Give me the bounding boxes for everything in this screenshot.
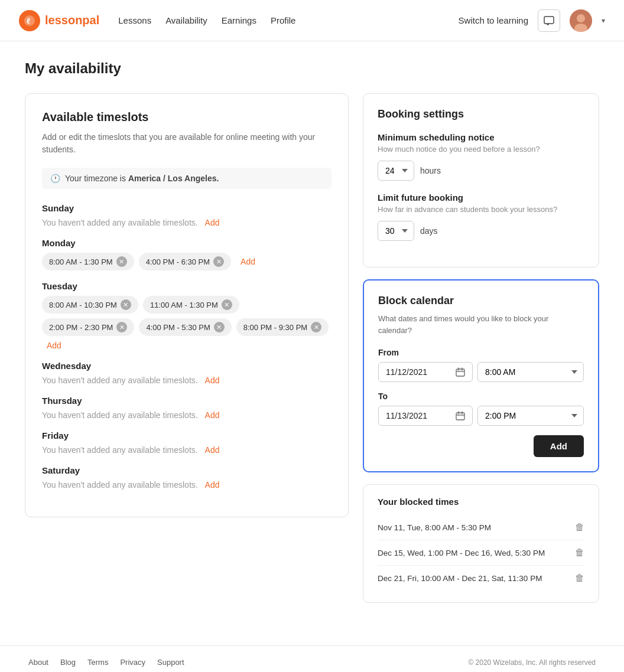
to-time-select[interactable]: 8:00 AM 9:00 AM 10:00 AM 11:00 AM 12:00 … [477, 406, 584, 426]
friday-add-link[interactable]: Add [205, 445, 220, 455]
svg-rect-2 [544, 17, 554, 24]
day-wednesday-label: Wednesday [42, 361, 332, 371]
blocked-time-item: Nov 11, Tue, 8:00 AM - 5:30 PM 🗑 [378, 515, 584, 540]
monday-add-link[interactable]: Add [240, 257, 255, 266]
footer-copyright: © 2020 Wizelabs, Inc. All rights reserve… [468, 658, 596, 667]
day-thursday-label: Thursday [42, 396, 332, 406]
day-thursday: Thursday You haven't added any available… [42, 396, 332, 420]
block-calendar-card: Block calendar What dates and times woul… [363, 279, 599, 472]
day-sunday: Sunday You haven't added any available t… [42, 203, 332, 227]
min-notice-row: 12 24 48 72 hours [378, 161, 584, 181]
remove-timeslot-button[interactable]: ✕ [116, 322, 127, 332]
timeslot-chip: 8:00 PM - 9:30 PM ✕ [236, 318, 329, 336]
from-date-value: 11/12/2021 [386, 367, 451, 377]
timeslot-chip: 2:00 PM - 2:30 PM ✕ [42, 318, 134, 336]
nav-availability[interactable]: Availability [165, 15, 207, 25]
page-content: My availability Available timeslots Add … [11, 41, 613, 622]
footer-support[interactable]: Support [157, 658, 184, 667]
min-notice-label: Minimum scheduling notice [378, 132, 584, 142]
calendar-icon [456, 367, 465, 377]
nav-lessons[interactable]: Lessons [118, 15, 151, 25]
timeslot-label: 8:00 AM - 1:30 PM [49, 257, 113, 266]
logo[interactable]: ℓ lessonpal [19, 10, 99, 31]
nav-earnings[interactable]: Earnings [222, 15, 256, 25]
day-saturday-label: Saturday [42, 465, 332, 475]
blocked-times-title: Your blocked times [378, 497, 584, 507]
day-saturday: Saturday You haven't added any available… [42, 465, 332, 490]
footer-about[interactable]: About [28, 658, 48, 667]
future-booking-select[interactable]: 7 14 30 60 90 [378, 221, 414, 241]
add-block-button[interactable]: Add [534, 435, 584, 457]
blocked-time-text: Nov 11, Tue, 8:00 AM - 5:30 PM [378, 523, 491, 532]
sunday-add-link[interactable]: Add [205, 218, 220, 227]
day-tuesday-label: Tuesday [42, 281, 332, 291]
blocked-time-text: Dec 21, Fri, 10:00 AM - Dec 21, Sat, 11:… [378, 574, 542, 583]
blocked-times-card: Your blocked times Nov 11, Tue, 8:00 AM … [363, 484, 599, 603]
remove-timeslot-button[interactable]: ✕ [213, 256, 224, 267]
min-notice-hint: How much notice do you need before a les… [378, 145, 584, 154]
footer: About Blog Terms Privacy Support © 2020 … [0, 645, 624, 672]
to-date-input[interactable]: 11/13/2021 [378, 406, 473, 426]
footer-privacy[interactable]: Privacy [120, 658, 145, 667]
min-notice-select[interactable]: 12 24 48 72 [378, 161, 414, 181]
to-label: To [378, 392, 584, 401]
monday-timeslots: 8:00 AM - 1:30 PM ✕ 4:00 PM - 6:30 PM ✕ … [42, 253, 332, 270]
nav-links: Lessons Availability Earnings Profile [118, 15, 295, 25]
saturday-add-link[interactable]: Add [205, 480, 220, 490]
avatar-dropdown-icon[interactable]: ▾ [602, 17, 605, 25]
timeslot-chip: 8:00 AM - 10:30 PM ✕ [42, 296, 138, 314]
switch-to-learning[interactable]: Switch to learning [459, 15, 528, 25]
delete-blocked-time-button[interactable]: 🗑 [575, 573, 584, 583]
block-calendar-title: Block calendar [378, 295, 584, 307]
logo-icon: ℓ [19, 10, 40, 31]
tuesday-add-link[interactable]: Add [47, 341, 61, 350]
timeslots-card-desc: Add or edit the timeslots that you are a… [42, 131, 332, 156]
header-right: Switch to learning ▾ [459, 9, 605, 32]
day-monday: Monday 8:00 AM - 1:30 PM ✕ 4:00 PM - 6:3… [42, 238, 332, 270]
timeslot-label: 2:00 PM - 2:30 PM [49, 323, 113, 332]
from-time-select[interactable]: 8:00 AM 9:00 AM 10:00 AM 11:00 AM 12:00 … [477, 362, 584, 382]
from-date-time-row: 11/12/2021 8:00 AM 9:00 AM 10:00 AM 11:0… [378, 362, 584, 382]
blocked-time-item: Dec 15, Wed, 1:00 PM - Dec 16, Wed, 5:30… [378, 540, 584, 566]
footer-blog[interactable]: Blog [60, 658, 76, 667]
future-booking-unit: days [420, 226, 438, 236]
thursday-add-link[interactable]: Add [205, 410, 220, 420]
timeslot-chip: 4:00 PM - 5:30 PM ✕ [139, 318, 231, 336]
delete-blocked-time-button[interactable]: 🗑 [575, 522, 584, 533]
footer-terms[interactable]: Terms [87, 658, 108, 667]
min-notice-section: Minimum scheduling notice How much notic… [378, 132, 584, 181]
tuesday-timeslots: 8:00 AM - 10:30 PM ✕ 11:00 AM - 1:30 PM … [42, 296, 332, 350]
remove-timeslot-button[interactable]: ✕ [222, 299, 232, 310]
future-booking-row: 7 14 30 60 90 days [378, 221, 584, 241]
thursday-empty-text: You haven't added any available timeslot… [42, 410, 198, 420]
header-left: ℓ lessonpal Lessons Availability Earning… [19, 10, 295, 31]
saturday-empty-text: You haven't added any available timeslot… [42, 480, 198, 490]
calendar-icon [456, 411, 465, 420]
add-block-button-row: Add [378, 435, 584, 457]
remove-timeslot-button[interactable]: ✕ [121, 299, 131, 310]
messages-icon[interactable] [538, 9, 560, 32]
available-timeslots-card: Available timeslots Add or edit the time… [25, 93, 349, 517]
remove-timeslot-button[interactable]: ✕ [214, 322, 225, 332]
timeslot-label: 4:00 PM - 6:30 PM [146, 257, 210, 266]
remove-timeslot-button[interactable]: ✕ [116, 256, 127, 267]
timeslot-chip: 8:00 AM - 1:30 PM ✕ [42, 253, 134, 270]
blocked-time-text: Dec 15, Wed, 1:00 PM - Dec 16, Wed, 5:30… [378, 549, 545, 557]
right-column: Booking settings Minimum scheduling noti… [363, 93, 599, 603]
timeslots-card-title: Available timeslots [42, 110, 332, 124]
from-date-input[interactable]: 11/12/2021 [378, 362, 473, 382]
timeslot-label: 8:00 PM - 9:30 PM [243, 323, 307, 332]
delete-blocked-time-button[interactable]: 🗑 [575, 547, 584, 558]
main-layout: Available timeslots Add or edit the time… [25, 93, 599, 603]
logo-text: lessonpal [45, 14, 99, 27]
day-sunday-label: Sunday [42, 203, 332, 213]
remove-timeslot-button[interactable]: ✕ [311, 322, 321, 332]
avatar[interactable] [570, 9, 592, 32]
from-label: From [378, 348, 584, 357]
timeslot-label: 4:00 PM - 5:30 PM [146, 323, 210, 332]
booking-settings-title: Booking settings [378, 108, 584, 120]
nav-profile[interactable]: Profile [271, 15, 296, 25]
sunday-empty-text: You haven't added any available timeslot… [42, 218, 198, 227]
timeslot-label: 11:00 AM - 1:30 PM [150, 301, 218, 309]
wednesday-add-link[interactable]: Add [205, 376, 220, 385]
